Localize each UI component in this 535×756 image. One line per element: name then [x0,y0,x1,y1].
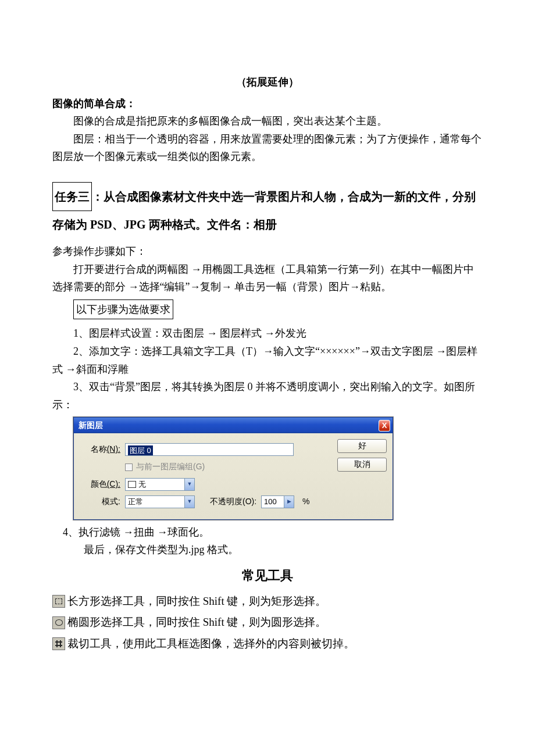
step-1: 1、图层样式设置：双击图层 → 图层样式 →外发光 [52,324,483,343]
color-value: 无 [138,478,146,491]
ref-steps-intro: 参考操作步骤如下： [52,243,483,261]
subheading-image-compose: 图像的简单合成： [52,95,483,113]
crop-icon [52,637,65,650]
opacity-label: 不透明度(O): [210,495,256,509]
group-checkbox-row: 与前一图层编组(G) [125,460,337,474]
step-3: 3、双击“背景”图层，将其转换为图层 0 并将不透明度调小，突出刚输入的文字。如… [52,378,483,413]
name-label: 名称(N): [80,443,120,457]
tools-heading: 常见工具 [52,565,483,586]
opacity-unit: % [302,495,309,509]
task-title-block: 任务三：从合成图像素材文件夹中选一背景图片和人物，合成为一新的文件，分别存储为 … [52,182,483,238]
ok-button[interactable]: 好 [337,439,387,453]
optional-steps-box: 以下步骤为选做要求 [73,299,173,320]
step-final: 最后，保存文件类型为.jpg 格式。 [52,541,483,559]
name-input[interactable]: 图层 0 [125,443,294,456]
chevron-right-icon[interactable]: ▶ [284,495,294,508]
opacity-spinner[interactable]: 100 ▶ [261,495,294,508]
color-dropdown[interactable]: 无 ▼ [125,478,195,491]
chevron-down-icon[interactable]: ▼ [184,496,194,508]
tool-rect-desc: 长方形选择工具，同时按住 Shift 键，则为矩形选择。 [67,592,326,611]
section-header-bracket: （拓展延伸） [52,73,483,91]
opacity-input[interactable]: 100 [261,495,284,508]
dialog-body: 名称(N): 图层 0 与前一图层编组(G) 颜色(C): 无 ▼ [74,433,393,519]
step-4: 4、执行滤镜 →扭曲 →球面化。 [52,523,483,541]
cancel-button[interactable]: 取消 [337,458,387,472]
tool-row-crop: 裁切工具，使用此工具框选图像，选择外的内容则被切掉。 [52,634,483,653]
close-icon[interactable]: X [379,420,390,432]
ellipse-marquee-icon [52,616,65,629]
ref-steps-body: 打开要进行合成的两幅图 →用椭圆工具选框（工具箱第一行第一列）在其中一幅图片中选… [52,261,483,296]
mode-label: 模式: [80,495,120,509]
swatch-none-icon [128,481,136,488]
rectangle-marquee-icon [52,595,65,608]
task-desc: ：从合成图像素材文件夹中选一背景图片和人物，合成为一新的文件，分别存储为 PSD… [52,190,476,231]
group-label: 与前一图层编组(G) [136,460,205,474]
mode-dropdown[interactable]: 正常 ▼ [125,495,195,508]
mode-value: 正常 [128,495,143,508]
optional-steps-list: 1、图层样式设置：双击图层 → 图层样式 →外发光 2、添加文字：选择工具箱文字… [52,324,483,413]
tool-ellipse-desc: 椭圆形选择工具，同时按住 Shift 键，则为圆形选择。 [67,613,326,632]
para-compose-def: 图像的合成是指把原来的多幅图像合成一幅图，突出表达某个主题。 [52,112,483,130]
tool-crop-desc: 裁切工具，使用此工具框选图像，选择外的内容则被切掉。 [67,634,355,653]
dialog-title: 新图层 [79,419,103,433]
new-layer-dialog: 新图层 X 名称(N): 图层 0 与前一图层编组(G) 颜色(C): [73,417,483,519]
color-label: 颜色(C): [80,477,120,491]
task-label-box: 任务三 [52,182,92,211]
chevron-down-icon[interactable]: ▼ [184,479,194,490]
step-2: 2、添加文字：选择工具箱文字工具（T）→输入文字“××××××”→双击文字图层 … [52,343,483,378]
para-layer-def: 图层：相当于一个透明的容器，用来放置需要处理的图像元素；为了方便操作，通常每个图… [52,130,483,166]
dialog-titlebar[interactable]: 新图层 X [74,418,393,433]
tool-row-ellipse: 椭圆形选择工具，同时按住 Shift 键，则为圆形选择。 [52,613,483,632]
tool-row-rect: 长方形选择工具，同时按住 Shift 键，则为矩形选择。 [52,592,483,611]
group-checkbox [125,463,133,471]
